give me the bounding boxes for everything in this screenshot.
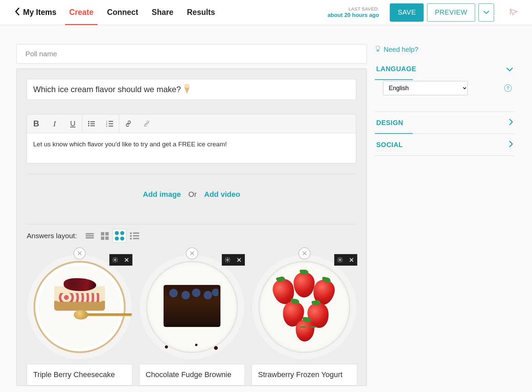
gear-icon[interactable] [109,254,121,266]
language-select[interactable]: English [383,81,468,95]
nav-create[interactable]: Create [62,0,100,25]
chevron-down-icon [506,64,513,74]
underline-button[interactable]: U [64,114,82,133]
answers-layout-label: Answers layout: [27,232,77,240]
bold-button[interactable]: B [27,114,45,133]
question-text: Which ice cream flavor should we make? [33,85,181,94]
unlink-button[interactable] [137,114,156,133]
svg-rect-18 [377,50,379,51]
media-or-label: Or [188,190,196,199]
add-video-link[interactable]: Add video [204,190,240,199]
close-icon[interactable]: ✕ [346,254,357,266]
svg-point-3 [88,123,89,124]
svg-point-1 [88,121,89,122]
svg-point-17 [376,46,380,50]
lightbulb-icon [375,45,381,54]
nav-share[interactable]: Share [145,0,180,25]
last-saved: LAST SAVED: about 20 hours ago [327,6,379,18]
ice-cream-emoji-icon [184,87,190,94]
numbered-list-button[interactable]: 123 [101,114,119,133]
language-title: LANGUAGE [376,65,416,73]
social-header[interactable]: SOCIAL [375,134,514,156]
last-saved-label: LAST SAVED: [327,6,379,12]
sidebar: Need help? LANGUAGE English ? DESIGN SOC [375,44,514,392]
answer-label-input[interactable]: Strawberry Frozen Yogurt [252,364,357,386]
editor-box: Which ice cream flavor should we make? B… [16,68,367,386]
gear-icon[interactable] [222,254,233,266]
nav-results[interactable]: Results [180,0,222,25]
answers-container: ✕ ✕ Triple Berry Cheesecake ✕ [27,248,356,386]
svg-text:3: 3 [106,125,107,127]
answer-image-toolbar: ✕ [222,254,245,266]
answer-remove-button[interactable]: ✕ [298,247,311,260]
svg-rect-12 [109,126,113,126]
gear-icon[interactable] [334,254,346,266]
question-input[interactable]: Which ice cream flavor should we make? [27,79,356,100]
italic-button[interactable]: I [45,114,64,133]
answer-image[interactable] [252,254,357,360]
svg-rect-2 [90,121,95,122]
need-help-link[interactable]: Need help? [375,45,514,54]
preview-button[interactable]: PREVIEW [427,3,475,22]
help-icon[interactable]: ? [504,84,512,92]
svg-rect-6 [90,125,95,126]
nav-my-items[interactable]: My Items [22,0,62,25]
language-header[interactable]: LANGUAGE [375,58,514,80]
nav-connect[interactable]: Connect [100,0,145,25]
language-section: LANGUAGE English ? [375,58,514,112]
answer-image[interactable] [27,254,132,360]
top-bar: My Items Create Connect Share Results LA… [0,0,532,25]
chevron-right-icon [509,118,513,127]
answer-remove-button[interactable]: ✕ [73,247,86,260]
svg-text:2: 2 [106,123,107,125]
answers-layout-row: Answers layout: [27,224,356,245]
link-button[interactable] [119,114,137,133]
social-title: SOCIAL [376,141,403,149]
bullet-list-button[interactable] [82,114,101,133]
answer-card: ✕ ✕ Strawberry Frozen Yogurt [252,248,357,386]
answer-label-input[interactable]: Chocolate Fudge Brownie [139,364,245,386]
design-header[interactable]: DESIGN [375,112,514,133]
svg-point-5 [88,125,89,126]
back-arrow-icon[interactable] [15,7,20,18]
answer-image-toolbar: ✕ [334,254,357,266]
layout-image-grid-icon[interactable] [113,229,126,243]
layout-detailed-icon[interactable] [128,229,141,243]
layout-list-icon[interactable] [83,229,97,243]
design-section: DESIGN [375,112,514,134]
social-section: SOCIAL [375,134,514,156]
answer-card: ✕ ✕ Triple Berry Cheesecake [27,248,132,386]
preview-dropdown-button[interactable] [478,3,494,22]
layout-grid-icon[interactable] [98,229,111,243]
svg-point-15 [227,259,229,261]
save-button[interactable]: SAVE [390,3,424,22]
description-editor[interactable]: Let us know which flavor you'd like to t… [27,133,356,163]
language-body: English ? [375,80,514,111]
answer-image[interactable] [139,254,245,360]
need-help-label: Need help? [384,46,418,54]
svg-rect-8 [109,121,113,122]
add-image-link[interactable]: Add image [143,190,181,199]
svg-rect-4 [90,123,95,124]
editor-column: Which ice cream flavor should we make? B… [16,44,367,392]
svg-point-14 [114,259,116,261]
svg-text:1: 1 [106,120,107,123]
answer-card: ✕ ✕ Chocolate Fudge Brownie [139,248,245,386]
chevron-right-icon [509,140,513,149]
main-area: Which ice cream flavor should we make? B… [0,25,532,392]
media-row: Add image Or Add video [27,174,356,214]
answer-remove-button[interactable]: ✕ [186,247,198,260]
cursor-icon[interactable] [510,8,518,17]
design-title: DESIGN [376,119,403,127]
close-icon[interactable]: ✕ [121,254,132,266]
last-saved-time[interactable]: about 20 hours ago [327,12,379,18]
rich-text-toolbar: B I U 123 [27,114,356,133]
close-icon[interactable]: ✕ [233,254,245,266]
answer-image-toolbar: ✕ [109,254,132,266]
poll-name-input[interactable] [16,44,367,64]
svg-point-16 [339,259,341,261]
svg-rect-10 [109,123,113,124]
answer-label-input[interactable]: Triple Berry Cheesecake [27,364,132,386]
